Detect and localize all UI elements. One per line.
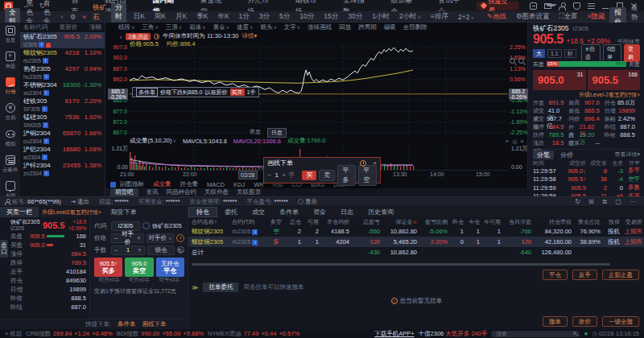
vip-icon[interactable] — [573, 2, 580, 10]
pend-btn-1[interactable]: 改价 — [572, 316, 597, 327]
rail-2[interactable]: 行情 — [5, 77, 16, 96]
index-1[interactable]: BDI指数990.00+55.00+5.88% — [117, 330, 204, 338]
draw-tool-12[interactable]: 全部删除 — [403, 23, 427, 31]
period-1[interactable]: 周K — [155, 12, 166, 22]
watchlist-col-0[interactable]: 名称代码 — [23, 23, 47, 31]
popup-qty-minus[interactable]: − — [267, 171, 271, 179]
chart-settings-button[interactable]: ⚙图表设置 — [516, 12, 550, 22]
draw-tool-3[interactable]: 箱体∨ — [189, 23, 205, 31]
draw-tool-7[interactable]: 文字∨ — [284, 23, 300, 31]
category-dropdown-icon[interactable]: ∨ — [60, 14, 64, 19]
hot-contract[interactable]: 十债2306 大笔开多 240手 — [419, 330, 488, 338]
period-4[interactable]: 年K — [217, 12, 229, 22]
collapse-icon[interactable]: ∨ — [119, 34, 122, 39]
search-input[interactable]: 搜索 — [491, 331, 580, 337]
minimize-icon[interactable] — [602, 2, 609, 10]
period-0[interactable]: 日K — [134, 12, 145, 22]
watchlist-row-SM305[interactable]: 锰硅305SM305i 75361.92% — [20, 113, 105, 129]
position-row-0[interactable]: 螺纹钢2305rb2305 i空224188.5-55010,862.80-5.… — [188, 226, 644, 237]
sort-button[interactable]: ≡排序 — [431, 12, 448, 22]
message-badge[interactable]: 2条消息 — [126, 33, 151, 40]
qty-stepper[interactable]: −1+ — [111, 245, 145, 255]
buy-long-button[interactable]: 905.5↑买多 — [94, 258, 122, 277]
collapse-pending-icon[interactable]: ≫ — [192, 284, 198, 291]
period-11[interactable]: 1小时 — [372, 12, 390, 22]
notice-more[interactable]: 详情▾ — [242, 32, 257, 40]
depth-ask-row[interactable]: 卖盘905.5166 — [10, 232, 86, 241]
draw-tool-10[interactable]: 跨周期 — [358, 23, 377, 31]
index-2[interactable]: NYMEX原油77.49+0.44+0.57% — [208, 330, 299, 338]
horizontal-scrollbar[interactable] — [192, 263, 610, 266]
period-3[interactable]: 季K — [196, 12, 208, 22]
level2-link[interactable]: 升级Level-2看五档行情> — [533, 90, 640, 99]
ask-price-box[interactable]: 905.5166 — [588, 70, 641, 90]
popup-close-long-button[interactable]: 平多 — [337, 165, 356, 186]
price-type-dropdown[interactable]: 对手价∨ — [147, 233, 174, 243]
watchlist-row-cu2304[interactable]: 沪铜2304cu2304i 658701.66% — [20, 129, 105, 145]
hide-button[interactable]: »隐藏 — [588, 12, 605, 22]
period-6[interactable]: 3分 — [259, 12, 270, 22]
pend-btn-0[interactable]: 撤单 — [543, 316, 568, 327]
positions-tab-3[interactable]: 条件单 — [272, 207, 306, 217]
grid-view-button[interactable]: 6图屏 — [603, 44, 621, 62]
quote-chip-1[interactable]: 1.1 — [547, 49, 562, 58]
mail-icon[interactable] — [544, 3, 551, 9]
popup-clock-icon[interactable] — [360, 160, 366, 167]
rail-5[interactable]: 云条件 — [2, 155, 19, 174]
drawline-order-link[interactable]: 画线下单 — [142, 320, 167, 328]
watchlist-row-hc2305[interactable]: 热卷2305hc2305i 42970.94% — [20, 64, 105, 80]
close-pane-icon[interactable]: × — [520, 138, 524, 145]
positions-tab-2[interactable]: 成交 — [245, 207, 272, 217]
condition-order-link[interactable]: 条件单 — [118, 320, 136, 328]
indicator-tab-2[interactable]: 持仓量 — [180, 180, 199, 188]
reset-icon[interactable]: ↻ — [177, 246, 184, 254]
export-icon[interactable]: ▢ — [615, 198, 621, 205]
rail-1[interactable]: 自选 — [5, 52, 16, 70]
positions-tab-4[interactable]: 资金 — [306, 207, 333, 217]
collapse-list-icon[interactable]: « — [83, 13, 87, 21]
related-tab-3[interactable]: 关联外盘 — [204, 188, 229, 196]
logout-button[interactable]: ⇥退出 — [71, 198, 89, 206]
watchlist-col-2[interactable]: 涨幅 — [89, 23, 101, 31]
watchlist-row-zn2304[interactable]: 沪锌2304zn2304i 234551.38% — [20, 161, 105, 177]
watchlist-row-ss2304[interactable]: 不锈钢2304ss2304i 16300-1.30% — [20, 80, 105, 97]
settings-gear-icon[interactable]: ⚙ — [70, 13, 76, 21]
draw-button[interactable]: ✎画线 — [487, 12, 506, 22]
rail-3[interactable]: 交易 — [5, 103, 16, 122]
sell-short-button[interactable]: 905.0卖空 — [125, 258, 153, 277]
period-7[interactable]: 5分 — [279, 12, 290, 22]
positions-tab-0[interactable]: 持仓 — [188, 207, 217, 217]
setting-pane-icon[interactable]: ◎ — [512, 138, 517, 145]
rail-0[interactable]: 首页 — [5, 26, 16, 44]
watchlist-row-rb2305[interactable]: 螺纹钢2305rb2305i 42161.10% — [20, 48, 105, 64]
level2-upgrade-link[interactable]: 升级Level2看五档行情> — [42, 208, 101, 216]
grid-icon[interactable]: ⊞ — [588, 198, 594, 205]
indicator-tab-0[interactable]: 副图指标 — [120, 180, 144, 188]
draw-tool-6[interactable]: 箭头∨ — [260, 23, 276, 31]
pos-btn-0[interactable]: 平仓 — [543, 270, 568, 280]
zoom-in-icon[interactable] — [510, 58, 515, 64]
pend-btn-2[interactable]: 一键全撤 — [602, 316, 639, 327]
tab-futures-order[interactable]: 期货下单 — [105, 207, 143, 217]
condition-order-bar[interactable]: 条件单 价格下跌到885.0 以最新价 买开 1手 — [132, 87, 259, 97]
positions-tab-6[interactable]: 历史查询 — [361, 207, 401, 217]
feedback-chat-icon[interactable] — [530, 2, 537, 10]
period-10[interactable]: 30分 — [348, 12, 362, 22]
popup-close-short-button[interactable]: 平空 — [358, 165, 377, 186]
draw-tool-0[interactable]: 线段∨ — [118, 23, 134, 31]
quote-chip-2[interactable]: 秒 — [564, 49, 576, 58]
indicator-tab-4[interactable]: KDJ — [233, 181, 245, 188]
positions-tab-5[interactable]: 日志 — [333, 207, 361, 217]
tick-tab-0[interactable]: 分笔 — [533, 150, 554, 159]
watchlist-col-1[interactable]: 最新价 — [60, 23, 78, 31]
index-0[interactable]: CRB指数269.84+1.24+0.46% — [26, 330, 112, 338]
popup-qty-value[interactable]: 1 — [274, 171, 279, 179]
period-9[interactable]: 15分 — [324, 12, 338, 22]
fullscreen-button[interactable]: ⛶全屏 — [559, 12, 578, 22]
draw-tool-1[interactable]: 三角∨ — [142, 23, 158, 31]
show-toggle[interactable]: 显示 — [298, 198, 317, 206]
position-row-1[interactable]: 螺纹钢2305rb2305 i多1142041205,465.202.20%01… — [188, 237, 644, 247]
rail-4[interactable]: 模拟 — [5, 129, 16, 148]
pos-btn-1[interactable]: 反手 — [572, 270, 597, 280]
time-label-2[interactable]: 02/28 — [238, 171, 258, 179]
